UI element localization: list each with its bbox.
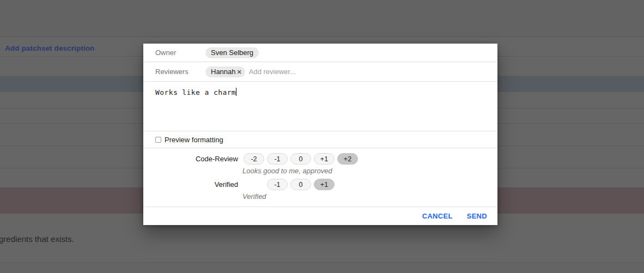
vote-button-zero[interactable]: 0 bbox=[290, 153, 311, 165]
code-review-label: Code-Review bbox=[143, 155, 238, 163]
vote-button-minus1[interactable]: -1 bbox=[267, 153, 288, 165]
reviewer-chip-label: Hannah bbox=[211, 66, 236, 77]
reviewers-label: Reviewers bbox=[155, 68, 205, 76]
add-reviewer-input[interactable]: Add reviewer... bbox=[249, 68, 296, 76]
verified-label: Verified bbox=[143, 180, 238, 189]
owner-chip[interactable]: Sven Selberg bbox=[205, 47, 259, 58]
reply-dialog: Owner Sven Selberg Reviewers Hannah ✕ Ad… bbox=[143, 44, 497, 225]
preview-formatting-label: Preview formatting bbox=[165, 136, 223, 144]
verified-options: -1 0 +1 bbox=[267, 179, 335, 190]
background-toolbar bbox=[0, 0, 644, 37]
code-review-options: -2 -1 0 +1 +2 bbox=[244, 153, 358, 165]
preview-formatting-row: Preview formatting bbox=[143, 131, 497, 148]
cancel-button[interactable]: CANCEL bbox=[422, 212, 453, 220]
vote-button-plus1[interactable]: +1 bbox=[314, 153, 335, 165]
code-review-description: Looks good to me, approved bbox=[242, 167, 497, 175]
owner-chip-label: Sven Selberg bbox=[211, 47, 253, 58]
verified-description: Verified bbox=[242, 192, 497, 201]
message-text: Works like a charm bbox=[155, 88, 236, 96]
vote-button-minus2[interactable]: -2 bbox=[244, 153, 264, 165]
owner-row: Owner Sven Selberg bbox=[143, 44, 497, 62]
vote-button-plus1-selected[interactable]: +1 bbox=[314, 179, 335, 190]
message-textarea[interactable]: Works like a charm bbox=[143, 82, 497, 131]
vote-button-minus1[interactable]: -1 bbox=[267, 179, 288, 190]
add-patchset-description-link[interactable]: Add patchset description bbox=[5, 44, 94, 52]
text-cursor bbox=[236, 88, 236, 96]
vote-button-zero[interactable]: 0 bbox=[290, 179, 311, 190]
reviewer-chip[interactable]: Hannah ✕ bbox=[205, 66, 245, 77]
verified-vote-row: Verified -1 0 +1 bbox=[143, 179, 497, 190]
footer-area bbox=[0, 263, 644, 273]
reviewers-row: Reviewers Hannah ✕ Add reviewer... bbox=[143, 62, 497, 82]
preview-formatting-checkbox[interactable] bbox=[155, 137, 161, 143]
vote-button-plus2-selected[interactable]: +2 bbox=[337, 153, 358, 165]
send-button[interactable]: SEND bbox=[467, 212, 487, 220]
owner-label: Owner bbox=[155, 48, 205, 57]
code-review-vote-row: Code-Review -2 -1 0 +1 +2 bbox=[143, 153, 497, 165]
votes-section: Code-Review -2 -1 0 +1 +2 Looks good to … bbox=[143, 148, 497, 207]
commit-message-text: gredients that exists. bbox=[0, 234, 74, 244]
remove-reviewer-icon[interactable]: ✕ bbox=[237, 66, 242, 77]
dialog-actions: CANCEL SEND bbox=[143, 207, 497, 225]
